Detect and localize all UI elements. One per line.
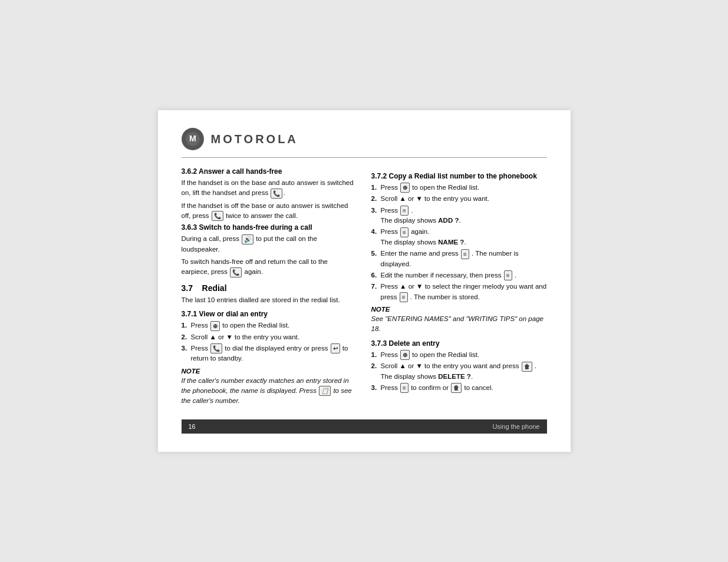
section-363-heading: 3.6.3 Switch to hands-free during a call: [182, 223, 357, 232]
note-372-label: NOTE: [371, 306, 547, 313]
section-362: 3.6.2 Answer a call hands-free If the ha…: [182, 167, 357, 221]
section-371: 3.7.1 View or dial an entry 1. Press ⊕ t…: [182, 310, 357, 406]
step-372-7: 7. Press ▲ or ▼ to select the ringer mel…: [371, 282, 547, 302]
cancel-icon: 🗑: [451, 383, 462, 393]
section-373-steps: 1. Press ⊕ to open the Redial list. 2. S…: [371, 350, 547, 394]
page-header: M MOTOROLA: [182, 128, 547, 158]
note-372-text: See "ENTERING NAMES" and "WRITING TIPS" …: [371, 314, 547, 335]
right-column: 3.7.2 Copy a Redial list number to the p…: [371, 167, 547, 410]
page-container: M MOTOROLA 3.6.2 Answer a call hands-fre…: [158, 110, 571, 452]
section-373-heading: 3.7.3 Delete an entry: [371, 339, 547, 348]
section-363: 3.6.3 Switch to hands-free during a call…: [182, 223, 357, 277]
section-363-para2: To switch hands-free off and return the …: [182, 257, 357, 277]
handsfree-icon-2: 📞: [212, 211, 223, 221]
step-371-3: 3. Press 📞 to dial the displayed entry o…: [182, 343, 357, 364]
menu-icon-3: ≡: [461, 249, 469, 259]
brand-name: MOTOROLA: [211, 133, 298, 146]
section-37-title: 3.7 Redial: [182, 283, 357, 293]
menu-icon-4: ≡: [504, 270, 512, 280]
menu-icon-5: ≡: [400, 292, 408, 302]
redial-open-icon-2: ⊕: [400, 350, 410, 360]
left-column: 3.6.2 Answer a call hands-free If the ha…: [182, 167, 357, 410]
section-372: 3.7.2 Copy a Redial list number to the p…: [371, 172, 547, 335]
page-footer: 16 Using the phone: [182, 419, 547, 434]
section-372-steps: 1. Press ⊕ to open the Redial list. 2. S…: [371, 183, 547, 302]
note-371-label: NOTE: [182, 368, 357, 375]
menu-icon-1: ≡: [400, 206, 409, 216]
step-371-2: 2. Scroll ▲ or ▼ to the entry you want.: [182, 332, 357, 342]
step-372-5: 5. Enter the name and press ≡ . The numb…: [371, 249, 547, 269]
step-371-1: 1. Press ⊕ to open the Redial list.: [182, 320, 357, 330]
standby-icon: ↩: [331, 343, 340, 353]
step-372-1: 1. Press ⊕ to open the Redial list.: [371, 183, 547, 193]
section-37-intro: The last 10 entries dialled are stored i…: [182, 295, 357, 305]
motorola-logo: M: [182, 128, 204, 150]
step-372-2: 2. Scroll ▲ or ▼ to the entry you want.: [371, 194, 547, 204]
handsfree-icon-1: 📞: [271, 189, 282, 199]
step-372-4: 4. Press ≡ again. The display shows NAME…: [371, 227, 547, 247]
redial-icon-1: ⊕: [210, 321, 220, 331]
step-372-6: 6. Edit the number if necessary, then pr…: [371, 270, 547, 280]
section-373: 3.7.3 Delete an entry 1. Press ⊕ to open…: [371, 339, 547, 394]
page-number: 16: [189, 423, 196, 430]
delete-icon-1: 🗑: [522, 362, 532, 372]
menu-icon-2: ≡: [400, 227, 409, 237]
note-371-text: If the caller's number exactly matches a…: [182, 376, 357, 406]
section-362-para2: If the handset is off the base or auto a…: [182, 201, 357, 222]
svg-text:M: M: [189, 134, 196, 143]
section-362-para1: If the handset is on the base and auto a…: [182, 178, 357, 199]
step-373-1: 1. Press ⊕ to open the Redial list.: [371, 350, 547, 360]
section-371-heading: 3.7.1 View or dial an entry: [182, 310, 357, 318]
footer-section-title: Using the phone: [492, 423, 539, 430]
note-icon: 📋: [319, 386, 331, 396]
section-371-steps: 1. Press ⊕ to open the Redial list. 2. S…: [182, 320, 357, 363]
confirm-icon: ≡: [400, 383, 409, 393]
section-363-para1: During a call, press 🔊 to put the call o…: [182, 234, 357, 254]
step-373-2: 2. Scroll ▲ or ▼ to the entry you want a…: [371, 361, 547, 382]
earpiece-icon: 📞: [230, 267, 242, 277]
step-373-3: 3. Press ≡ to confirm or 🗑 to cancel.: [371, 383, 547, 393]
content-area: 3.6.2 Answer a call hands-free If the ha…: [182, 167, 547, 410]
redial-open-icon-1: ⊕: [400, 183, 410, 193]
dial-icon: 📞: [210, 343, 222, 353]
section-372-heading: 3.7.2 Copy a Redial list number to the p…: [371, 172, 547, 180]
section-37: 3.7 Redial The last 10 entries dialled a…: [182, 283, 357, 305]
loudspeaker-icon: 🔊: [242, 234, 253, 244]
step-372-3: 3. Press ≡ . The display shows ADD ?.: [371, 206, 547, 226]
section-362-heading: 3.6.2 Answer a call hands-free: [182, 167, 357, 176]
